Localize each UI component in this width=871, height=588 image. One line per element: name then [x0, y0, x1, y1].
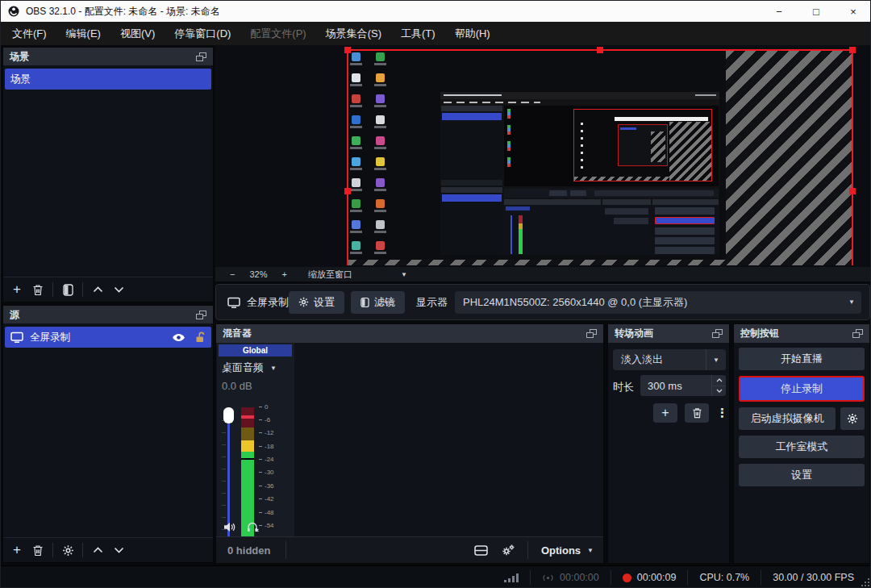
add-scene-button[interactable]: +: [6, 280, 27, 299]
zoom-in-button[interactable]: +: [281, 269, 286, 279]
lock-open-icon[interactable]: [195, 332, 206, 343]
menu-docks[interactable]: 停靠窗口(D): [165, 22, 240, 45]
desktop-icon: [352, 220, 360, 229]
record-timer: 00:00:09: [611, 570, 688, 585]
mixer-panel-title: 混音器: [223, 327, 252, 340]
volume-db-label: 0.0 dB: [222, 380, 252, 392]
transition-select-dropdown[interactable]: 淡入淡出 ▼: [613, 349, 726, 370]
mixer-settings-gears-icon[interactable]: [501, 544, 515, 557]
channel-menu-arrow-icon[interactable]: ▼: [270, 365, 277, 372]
menu-view[interactable]: 视图(V): [110, 22, 165, 45]
meter-scale: 0 -6 -12 -18 -24 -30 -36 -42 -48 -54 -60: [259, 403, 274, 542]
preview-canvas[interactable]: [215, 45, 871, 281]
desktop-icon: [352, 157, 360, 166]
studio-mode-button[interactable]: 工作室模式: [739, 436, 865, 458]
out-of-canvas-stripes-bottom: [347, 260, 726, 265]
desktop-icon: [376, 73, 385, 82]
resize-handle-middle-left[interactable]: [344, 188, 351, 194]
virtual-camera-settings-gear-icon[interactable]: [840, 407, 865, 430]
maximize-button[interactable]: □: [798, 1, 835, 22]
menu-profile[interactable]: 配置文件(P): [240, 22, 315, 45]
resize-handle-top-right[interactable]: [849, 47, 856, 53]
minimize-button[interactable]: −: [761, 1, 798, 22]
mixer-options-button[interactable]: Options ▼: [541, 544, 594, 557]
stream-health-icon: [493, 570, 530, 585]
zoom-level: 32%: [249, 269, 267, 279]
cpu-usage-value: CPU: 0.7%: [699, 572, 749, 583]
popout-icon[interactable]: [586, 329, 597, 338]
close-button[interactable]: ×: [835, 1, 871, 22]
source-settings-button[interactable]: 设置: [289, 291, 344, 314]
resize-handle-middle-right[interactable]: [849, 188, 856, 194]
settings-button-label: 设置: [314, 295, 335, 310]
fit-to-window-label[interactable]: 缩放至窗口: [308, 269, 352, 281]
menu-bar: 文件(F) 编辑(E) 视图(V) 停靠窗口(D) 配置文件(P) 场景集合(S…: [1, 22, 871, 45]
popout-icon[interactable]: [196, 311, 206, 319]
source-filters-button[interactable]: 滤镜: [351, 291, 405, 314]
scene-name: 场景: [10, 73, 31, 86]
audio-channel-strip: Global 桌面音频 ▼ 0.0 dB 0 -6: [217, 343, 294, 536]
desktop-icons: [352, 52, 400, 262]
popout-icon[interactable]: [196, 52, 206, 61]
transition-more-icon[interactable]: ⋮: [716, 406, 724, 420]
chevron-down-icon: ▼: [587, 547, 594, 554]
controls-panel-title: 控制按钮: [740, 327, 779, 340]
settings-button[interactable]: 设置: [739, 464, 865, 486]
resize-handle-top-center[interactable]: [597, 47, 603, 53]
chevron-down-icon: ▼: [842, 291, 861, 314]
stream-timer: 00:00:00: [530, 570, 611, 585]
remove-source-button[interactable]: [27, 540, 48, 560]
duration-spinbox[interactable]: 300 ms: [640, 375, 726, 396]
move-scene-up-button[interactable]: [87, 280, 108, 299]
mixer-layout-icon[interactable]: [474, 545, 488, 556]
mixer-global-tab[interactable]: Global: [219, 344, 292, 357]
recording-dot-icon: [623, 573, 631, 582]
source-list-item[interactable]: 全屏录制: [5, 327, 211, 348]
headphone-monitor-off-icon[interactable]: [247, 522, 260, 532]
volume-fader-track[interactable]: [227, 412, 230, 540]
spin-up-icon[interactable]: [712, 375, 726, 386]
source-properties-toolbar: 全屏录制 设置 滤镜 显示器 PHL24M1N5500Z: 2560x1440 …: [215, 284, 870, 320]
menu-tools[interactable]: 工具(T): [391, 22, 445, 45]
sources-panel: 源 全屏录制 +: [2, 305, 214, 563]
scenes-toolbar: +: [3, 277, 213, 302]
desktop-icon: [376, 94, 385, 103]
spin-down-icon[interactable]: [712, 386, 726, 397]
remove-scene-button[interactable]: [27, 280, 48, 299]
menu-edit[interactable]: 编辑(E): [56, 22, 110, 45]
fit-dropdown-arrow-icon[interactable]: ▼: [401, 271, 407, 278]
preview-source-rect[interactable]: [347, 49, 853, 265]
move-source-up-button[interactable]: [87, 540, 108, 560]
volume-fader-handle[interactable]: [223, 407, 234, 423]
visibility-eye-icon[interactable]: [172, 333, 185, 342]
move-source-down-button[interactable]: [108, 540, 129, 560]
start-virtual-camera-button[interactable]: 启动虚拟摄像机: [739, 407, 836, 430]
menu-help[interactable]: 帮助(H): [445, 22, 500, 45]
scenes-panel-title: 场景: [10, 50, 29, 64]
cpu-usage: CPU: 0.7%: [687, 570, 761, 585]
source-properties-gear-icon[interactable]: [57, 540, 78, 560]
add-source-button[interactable]: +: [6, 540, 27, 560]
desktop-icon: [376, 157, 385, 166]
remove-transition-button[interactable]: [685, 403, 709, 423]
popout-icon[interactable]: [712, 329, 723, 338]
scene-list-item[interactable]: 场景: [5, 69, 211, 90]
start-streaming-button[interactable]: 开始直播: [739, 348, 865, 370]
resize-grip[interactable]: [861, 578, 869, 586]
stop-recording-button[interactable]: 停止录制: [739, 376, 865, 402]
chevron-down-icon: ▼: [706, 349, 726, 370]
move-scene-down-button[interactable]: [108, 280, 129, 299]
zoom-out-button[interactable]: −: [230, 269, 235, 279]
menu-file[interactable]: 文件(F): [2, 22, 56, 45]
sources-panel-header: 源: [3, 306, 213, 323]
display-select-dropdown[interactable]: PHL24M1N5500Z: 2560x1440 @ 0,0 (主显示器) ▼: [455, 291, 861, 314]
options-label: Options: [541, 544, 581, 557]
speaker-icon[interactable]: [223, 522, 236, 532]
menu-scene-collection[interactable]: 场景集合(S): [316, 22, 391, 45]
popout-icon[interactable]: [852, 329, 863, 338]
sources-toolbar: +: [3, 537, 213, 562]
resize-handle-top-left[interactable]: [344, 47, 351, 53]
add-transition-button[interactable]: +: [653, 403, 677, 423]
sources-panel-title: 源: [10, 308, 19, 322]
scene-filters-button[interactable]: [57, 280, 78, 299]
